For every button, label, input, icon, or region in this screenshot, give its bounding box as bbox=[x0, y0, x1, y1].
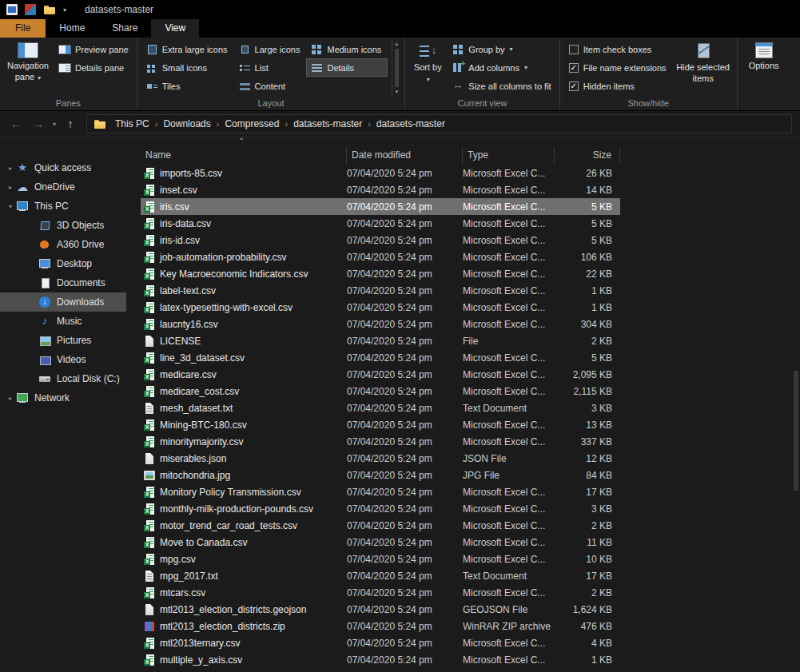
file-row-motor-trend-car-road-tests-csv[interactable]: motor_trend_car_road_tests.csv07/04/2020… bbox=[141, 517, 620, 534]
layout-option-content[interactable]: Content bbox=[234, 77, 307, 95]
file-row-inset-csv[interactable]: inset.csv07/04/2020 5:24 pmMicrosoft Exc… bbox=[141, 181, 620, 198]
breadcrumb-segment-datasets-master[interactable]: datasets-master bbox=[371, 117, 451, 130]
date-modified-cell: 07/04/2020 5:24 pm bbox=[347, 352, 463, 364]
file-row-monthly-milk-production-pounds-csv[interactable]: monthly-milk-production-pounds.csv07/04/… bbox=[141, 500, 620, 517]
sidebar-item-music[interactable]: Music bbox=[0, 312, 126, 331]
qat-dropdown-icon[interactable]: ▾ bbox=[63, 6, 66, 14]
layout-option-medium-icons[interactable]: Medium icons bbox=[306, 40, 388, 58]
sidebar-item-a360-drive[interactable]: A360 Drive bbox=[0, 235, 126, 254]
quick-access-toolbar-icon[interactable] bbox=[25, 4, 36, 15]
sidebar-item-downloads[interactable]: Downloads bbox=[0, 292, 126, 312]
file-row-medicare-csv[interactable]: medicare.csv07/04/2020 5:24 pmMicrosoft … bbox=[141, 366, 620, 383]
file-row-mpg-2017-txt[interactable]: mpg_2017.txt07/04/2020 5:24 pmText Docum… bbox=[141, 567, 620, 584]
scrollbar-thumb[interactable] bbox=[794, 371, 798, 491]
layout-option-tiles[interactable]: Tiles bbox=[141, 77, 234, 95]
tab-home[interactable]: Home bbox=[46, 19, 98, 38]
sidebar-item-network[interactable]: ▸Network bbox=[0, 388, 126, 408]
size-all-columns-button[interactable]: Size all columns to fit bbox=[448, 77, 555, 95]
layout-option-small-icons[interactable]: Small icons bbox=[141, 58, 234, 77]
tree-chevron-icon[interactable]: ▸ bbox=[5, 184, 16, 191]
file-row-mining-btc-180-csv[interactable]: Mining-BTC-180.csv07/04/2020 5:24 pmMicr… bbox=[141, 416, 620, 433]
sidebar-item-local-disk-c[interactable]: Local Disk (C:) bbox=[0, 369, 126, 388]
group-by-button[interactable]: Group by ▾ bbox=[448, 40, 555, 58]
checkbox-file-name-extensions[interactable]: ✓File name extensions bbox=[564, 58, 671, 77]
file-row-mesh-dataset-txt[interactable]: mesh_dataset.txt07/04/2020 5:24 pmText D… bbox=[141, 400, 620, 416]
forward-button[interactable]: → bbox=[30, 117, 46, 130]
layout-option-list[interactable]: List bbox=[234, 58, 307, 77]
scroll-up-icon[interactable]: ▴ bbox=[396, 41, 399, 47]
navigation-pane-button[interactable]: Navigation pane ▾ bbox=[4, 40, 52, 97]
breadcrumb-segment-compressed[interactable]: Compressed bbox=[219, 117, 285, 130]
scrollbar[interactable] bbox=[793, 147, 799, 669]
file-row-mtl2013ternary-csv[interactable]: mtl2013ternary.csv07/04/2020 5:24 pmMicr… bbox=[141, 634, 620, 651]
back-button[interactable]: ← bbox=[8, 117, 24, 130]
file-row-imports-85-csv[interactable]: imports-85.csv07/04/2020 5:24 pmMicrosof… bbox=[141, 165, 620, 181]
sidebar-item-desktop[interactable]: Desktop bbox=[0, 254, 126, 273]
file-row-license[interactable]: LICENSE07/04/2020 5:24 pmFile2 KB bbox=[141, 332, 620, 349]
tab-view[interactable]: View bbox=[151, 19, 199, 38]
up-button[interactable]: ↑ bbox=[62, 117, 78, 130]
layout-scrollbar[interactable]: ▴ ▾ bbox=[392, 40, 400, 96]
file-row-iris-id-csv[interactable]: iris-id.csv07/04/2020 5:24 pmMicrosoft E… bbox=[141, 232, 620, 249]
scroll-down-icon[interactable]: ▾ bbox=[396, 89, 399, 95]
checkbox-item-check-boxes[interactable]: Item check boxes bbox=[564, 40, 671, 58]
breadcrumb-segment-this-pc[interactable]: This PC bbox=[109, 117, 155, 130]
file-row-latex-typesetting-with-excel-csv[interactable]: latex-typesetting-with-excel.csv07/04/20… bbox=[141, 299, 620, 316]
file-row-multiple-y-axis-csv[interactable]: multiple_y_axis.csv07/04/2020 5:24 pmMic… bbox=[141, 651, 620, 668]
file-row-mpg-csv[interactable]: mpg.csv07/04/2020 5:24 pmMicrosoft Excel… bbox=[141, 551, 620, 567]
sort-direction-icon[interactable]: ˆ bbox=[240, 137, 243, 149]
hide-selected-items-button[interactable]: Hide selected items bbox=[674, 40, 733, 97]
column-header-type[interactable]: Type bbox=[463, 147, 555, 165]
breadcrumb-segment-datasets-master[interactable]: datasets-master bbox=[288, 117, 368, 130]
content-icon bbox=[239, 81, 251, 92]
file-row-laucnty16-csv[interactable]: laucnty16.csv07/04/2020 5:24 pmMicrosoft… bbox=[141, 316, 620, 332]
file-row-iris-csv[interactable]: iris.csv07/04/2020 5:24 pmMicrosoft Exce… bbox=[141, 198, 620, 215]
file-row-job-automation-probability-csv[interactable]: job-automation-probability.csv07/04/2020… bbox=[141, 249, 620, 265]
sidebar-item-documents[interactable]: Documents bbox=[0, 273, 126, 292]
scrollbar-thumb[interactable] bbox=[395, 49, 399, 87]
file-row-minoritymajority-csv[interactable]: minoritymajority.csv07/04/2020 5:24 pmMi… bbox=[141, 433, 620, 450]
add-columns-button[interactable]: Add columns ▾ bbox=[448, 58, 555, 77]
breadcrumb-segment-downloads[interactable]: Downloads bbox=[157, 117, 216, 130]
address-box[interactable]: This PC›Downloads›Compressed›datasets-ma… bbox=[86, 114, 792, 133]
preview-pane-button[interactable]: Preview pane bbox=[54, 40, 133, 58]
file-row-mtl2013-election-districts-zip[interactable]: mtl2013_election_districts.zip07/04/2020… bbox=[141, 618, 620, 634]
file-row-miserables-json[interactable]: miserables.json07/04/2020 5:24 pmJSON Fi… bbox=[141, 450, 620, 467]
tree-chevron-icon[interactable]: ▸ bbox=[5, 165, 16, 172]
options-button[interactable]: Options bbox=[742, 40, 786, 97]
sidebar-item-quick-access[interactable]: ▸Quick access bbox=[0, 158, 126, 177]
column-header-size[interactable]: Size bbox=[555, 147, 620, 165]
sidebar-item-3d-objects[interactable]: 3D Objects bbox=[0, 216, 126, 235]
recent-locations-dropdown-icon[interactable]: ▾ bbox=[53, 121, 56, 128]
details-pane-button[interactable]: Details pane bbox=[54, 58, 133, 77]
sidebar-item-this-pc[interactable]: ▾This PC bbox=[0, 197, 126, 216]
column-header-date-modified[interactable]: Date modified bbox=[347, 147, 463, 165]
layout-option-large-icons[interactable]: Large icons bbox=[234, 40, 307, 58]
column-header-name[interactable]: Name bbox=[141, 147, 347, 165]
layout-option-extra-large-icons[interactable]: Extra large icons bbox=[141, 40, 234, 58]
image-file-icon bbox=[144, 471, 155, 480]
size-cell: 2,095 KB bbox=[555, 369, 620, 380]
sidebar-item-onedrive[interactable]: ▸OneDrive bbox=[0, 177, 126, 197]
file-row-move-to-canada-csv[interactable]: Move to Canada.csv07/04/2020 5:24 pmMicr… bbox=[141, 534, 620, 551]
file-row-mtcars-csv[interactable]: mtcars.csv07/04/2020 5:24 pmMicrosoft Ex… bbox=[141, 584, 620, 601]
file-row-mtl2013-election-districts-geojson[interactable]: mtl2013_election_districts.geojson07/04/… bbox=[141, 601, 620, 618]
checkbox-hidden-items[interactable]: ✓Hidden items bbox=[564, 77, 671, 95]
file-row-line-3d-dataset-csv[interactable]: line_3d_dataset.csv07/04/2020 5:24 pmMic… bbox=[141, 349, 620, 366]
tab-file[interactable]: File bbox=[0, 19, 46, 38]
file-row-key-macroeconomic-indicators-csv[interactable]: Key Macroeconomic Indicators.csv07/04/20… bbox=[141, 265, 620, 282]
file-row-iris-data-csv[interactable]: iris-data.csv07/04/2020 5:24 pmMicrosoft… bbox=[141, 215, 620, 232]
date-modified-cell: 07/04/2020 5:24 pm bbox=[347, 537, 463, 548]
sidebar-item-videos[interactable]: Videos bbox=[0, 350, 126, 369]
file-row-label-text-csv[interactable]: label-text.csv07/04/2020 5:24 pmMicrosof… bbox=[141, 282, 620, 299]
file-row-medicare-cost-csv[interactable]: medicare_cost.csv07/04/2020 5:24 pmMicro… bbox=[141, 383, 620, 400]
date-modified-cell: 07/04/2020 5:24 pm bbox=[347, 487, 463, 498]
tree-chevron-icon[interactable]: ▾ bbox=[5, 203, 16, 210]
file-row-mitochondria-jpg[interactable]: mitochondria.jpg07/04/2020 5:24 pmJPG Fi… bbox=[141, 467, 620, 483]
tree-chevron-icon[interactable]: ▸ bbox=[5, 395, 16, 402]
sidebar-item-pictures[interactable]: Pictures bbox=[0, 331, 126, 350]
file-row-monitory-policy-transmission-csv[interactable]: Monitory Policy Transmission.csv07/04/20… bbox=[141, 483, 620, 500]
tab-share[interactable]: Share bbox=[98, 19, 151, 38]
sort-by-button[interactable]: Sort by ▾ bbox=[409, 40, 446, 97]
layout-option-details[interactable]: Details bbox=[306, 58, 388, 77]
